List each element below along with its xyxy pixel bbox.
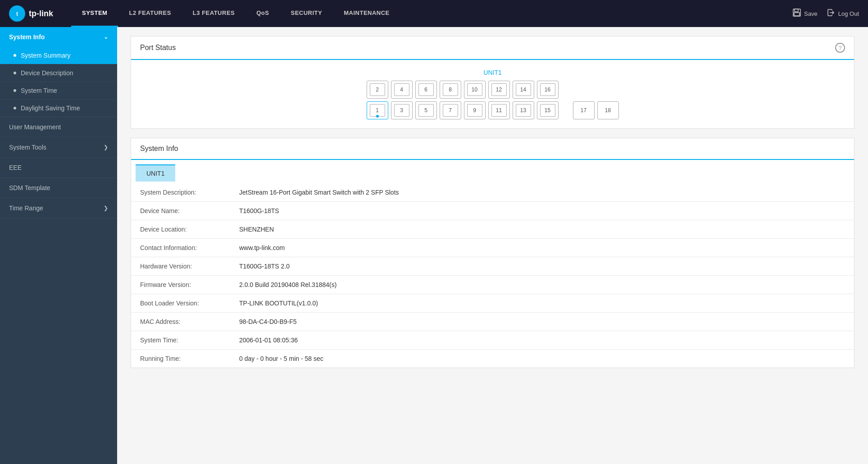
table-row: Boot Loader Version: TP-LINK BOOTUTIL(v1… bbox=[131, 294, 854, 313]
field-value: T1600G-18TS bbox=[230, 202, 854, 220]
dot-icon bbox=[14, 107, 16, 109]
save-label: Save bbox=[804, 10, 818, 17]
port-inner: 4 bbox=[394, 83, 409, 96]
field-label: Contact Information: bbox=[131, 239, 230, 257]
port-17[interactable]: 17 bbox=[573, 101, 595, 119]
logo-area: t tp-link bbox=[9, 5, 53, 22]
port-inner: 16 bbox=[540, 83, 555, 96]
sidebar-item-label: System Time bbox=[21, 87, 57, 94]
port-status-content: UNIT1 2 4 6 8 10 12 14 16 bbox=[131, 60, 854, 128]
save-icon bbox=[792, 8, 801, 19]
nav-item-security[interactable]: SECURITY bbox=[280, 0, 333, 27]
field-value: SHENZHEN bbox=[230, 220, 854, 239]
nav-item-maintenance[interactable]: MAINTENANCE bbox=[333, 0, 400, 27]
table-row: Hardware Version: T1600G-18TS 2.0 bbox=[131, 257, 854, 276]
port-11[interactable]: 11 bbox=[488, 101, 510, 119]
port-inner: 10 bbox=[467, 83, 482, 96]
system-info-header: System Info bbox=[131, 138, 854, 160]
port-8[interactable]: 8 bbox=[440, 81, 461, 99]
field-label: Running Time: bbox=[131, 350, 230, 368]
field-value: JetStream 16-Port Gigabit Smart Switch w… bbox=[230, 183, 854, 202]
table-row: Device Name: T1600G-18TS bbox=[131, 202, 854, 220]
field-value: 0 day - 0 hour - 5 min - 58 sec bbox=[230, 350, 854, 368]
port-13[interactable]: 13 bbox=[513, 101, 534, 119]
unit1-tab[interactable]: UNIT1 bbox=[136, 164, 175, 182]
sidebar-item-time-range[interactable]: Time Range ❯ bbox=[0, 198, 117, 218]
port-inner: 2 bbox=[370, 83, 385, 96]
nav-item-l3features[interactable]: L3 FEATURES bbox=[182, 0, 245, 27]
port-16[interactable]: 16 bbox=[537, 81, 559, 99]
sidebar-item-label: System Summary bbox=[21, 52, 70, 59]
system-info-title: System Info bbox=[140, 145, 178, 153]
sidebar-item-system-summary[interactable]: System Summary bbox=[0, 47, 117, 64]
port-1[interactable]: 1 bbox=[367, 101, 388, 119]
port-18[interactable]: 18 bbox=[597, 101, 619, 119]
port-10[interactable]: 10 bbox=[464, 81, 486, 99]
sidebar-group-label: System Info bbox=[9, 33, 45, 41]
sidebar-plain-label: System Tools bbox=[9, 144, 46, 151]
sidebar-item-system-tools[interactable]: System Tools ❯ bbox=[0, 137, 117, 158]
port-inner: 12 bbox=[491, 83, 507, 96]
content-area: Port Status ? UNIT1 2 4 6 8 10 12 14 16 bbox=[117, 27, 868, 464]
port-12[interactable]: 12 bbox=[488, 81, 510, 99]
logo-icon: t bbox=[9, 5, 25, 22]
sidebar-group-system-info[interactable]: System Info ⌄ bbox=[0, 27, 117, 47]
field-label: System Time: bbox=[131, 331, 230, 350]
field-label: Device Location: bbox=[131, 220, 230, 239]
sidebar-item-user-management[interactable]: User Management bbox=[0, 117, 117, 137]
field-label: Hardware Version: bbox=[131, 257, 230, 276]
chevron-right-icon: ❯ bbox=[104, 144, 108, 150]
sidebar-plain-label: User Management bbox=[9, 123, 61, 131]
logout-button[interactable]: Log Out bbox=[827, 8, 859, 19]
sidebar-item-label: Daylight Saving Time bbox=[21, 105, 80, 112]
sidebar-item-eee[interactable]: EEE bbox=[0, 158, 117, 178]
port-inner: 3 bbox=[394, 104, 409, 117]
help-icon[interactable]: ? bbox=[835, 43, 845, 53]
port-status-title: Port Status bbox=[140, 44, 176, 52]
ports-top-row: 2 4 6 8 10 12 14 16 bbox=[367, 81, 619, 99]
port-inner: 14 bbox=[516, 83, 531, 96]
main-layout: System Info ⌄ System Summary Device Desc… bbox=[0, 27, 868, 464]
sidebar-item-label: Device Description bbox=[21, 69, 73, 77]
logout-label: Log Out bbox=[838, 10, 859, 17]
field-value: T1600G-18TS 2.0 bbox=[230, 257, 854, 276]
port-inner: 8 bbox=[443, 83, 458, 96]
port-inner: 7 bbox=[443, 104, 458, 117]
port-5[interactable]: 5 bbox=[415, 101, 437, 119]
field-value: TP-LINK BOOTUTIL(v1.0.0) bbox=[230, 294, 854, 313]
port-7[interactable]: 7 bbox=[440, 101, 461, 119]
nav-item-system[interactable]: SYSTEM bbox=[71, 0, 118, 27]
port-14[interactable]: 14 bbox=[513, 81, 534, 99]
port-2[interactable]: 2 bbox=[367, 81, 388, 99]
port-inner: 13 bbox=[516, 104, 531, 117]
port-inner: 11 bbox=[491, 104, 507, 117]
sidebar-item-sdm-template[interactable]: SDM Template bbox=[0, 178, 117, 198]
port-6[interactable]: 6 bbox=[415, 81, 437, 99]
port-15[interactable]: 15 bbox=[537, 101, 559, 119]
field-value: www.tp-link.com bbox=[230, 239, 854, 257]
top-navigation: t tp-link SYSTEM L2 FEATURES L3 FEATURES… bbox=[0, 0, 868, 27]
unit1-label: UNIT1 bbox=[483, 69, 501, 76]
nav-item-qos[interactable]: QoS bbox=[245, 0, 280, 27]
nav-right: Save Log Out bbox=[792, 8, 859, 19]
port-inner: 6 bbox=[418, 83, 434, 96]
sidebar-plain-label: EEE bbox=[9, 164, 22, 171]
sidebar-item-system-time[interactable]: System Time bbox=[0, 82, 117, 100]
dot-icon bbox=[14, 72, 16, 74]
table-row: System Description: JetStream 16-Port Gi… bbox=[131, 183, 854, 202]
nav-item-l2features[interactable]: L2 FEATURES bbox=[118, 0, 182, 27]
port-3[interactable]: 3 bbox=[391, 101, 413, 119]
field-label: System Description: bbox=[131, 183, 230, 202]
port-9[interactable]: 9 bbox=[464, 101, 486, 119]
port-status-section: Port Status ? UNIT1 2 4 6 8 10 12 14 16 bbox=[131, 36, 854, 129]
ports-container: 2 4 6 8 10 12 14 16 1 bbox=[367, 81, 619, 119]
save-button[interactable]: Save bbox=[792, 8, 818, 19]
sidebar-item-device-description[interactable]: Device Description bbox=[0, 64, 117, 82]
field-value: 2.0.0 Build 20190408 Rel.31884(s) bbox=[230, 276, 854, 294]
logo-text: tp-link bbox=[29, 9, 53, 18]
field-value: 2006-01-01 08:05:36 bbox=[230, 331, 854, 350]
port-inner: 5 bbox=[418, 104, 434, 117]
port-4[interactable]: 4 bbox=[391, 81, 413, 99]
sidebar-item-daylight-saving-time[interactable]: Daylight Saving Time bbox=[0, 100, 117, 117]
port-inner: 9 bbox=[467, 104, 482, 117]
